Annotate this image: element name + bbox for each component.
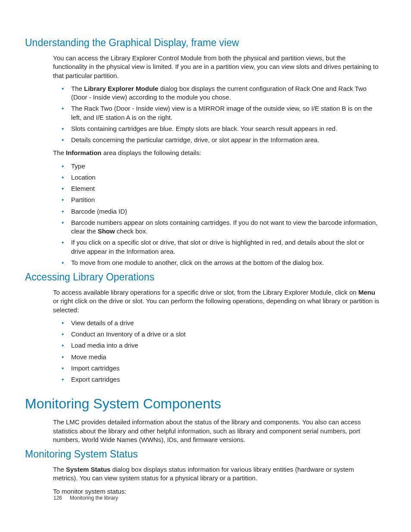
list-item: The Library Explorer Module dialog box d… (53, 84, 380, 102)
bullet-list: The Library Explorer Module dialog box d… (53, 84, 380, 145)
intro-paragraph: To access available library operations f… (53, 288, 380, 314)
bold-term: Menu (358, 289, 375, 296)
document-page: Understanding the Graphical Display, fra… (0, 0, 411, 517)
section-body: The System Status dialog box displays st… (53, 465, 380, 496)
bullet-list: View details of a drive Conduct an Inven… (53, 319, 380, 384)
bold-term: System Status (66, 466, 110, 473)
section-body: You can access the Library Explorer Cont… (53, 54, 380, 267)
page-footer: 126Monitoring the library (53, 495, 118, 501)
heading-monitoring-system-status: Monitoring System Status (25, 448, 380, 460)
list-item: Details concerning the particular cartri… (53, 136, 380, 144)
intro-paragraph: The LMC provides detailed information ab… (53, 418, 380, 444)
list-item: Location (53, 173, 380, 182)
intro-paragraph: You can access the Library Explorer Cont… (53, 54, 380, 80)
list-item: Partition (53, 196, 380, 204)
bold-term: Library Explorer Module (84, 85, 159, 92)
bullet-list: Type Location Element Partition Barcode … (53, 162, 380, 268)
list-item: Move media (53, 353, 380, 361)
list-item: If you click on a specific slot or drive… (53, 238, 380, 256)
section-body: The LMC provides detailed information ab… (53, 418, 380, 444)
mid-paragraph: The Information area displays the follow… (53, 149, 380, 157)
list-item: To move from one module to another, clic… (53, 258, 380, 267)
bold-term: Information (66, 149, 102, 156)
list-item: Barcode (media ID) (53, 207, 380, 216)
heading-graphical-display: Understanding the Graphical Display, fra… (25, 37, 380, 49)
list-item: Element (53, 184, 380, 193)
list-item: View details of a drive (53, 319, 380, 327)
list-item: Load media into a drive (53, 341, 380, 350)
list-item: Import cartridges (53, 364, 380, 373)
list-item: Barcode numbers appear on slots containi… (53, 218, 380, 236)
list-item: Conduct an Inventory of a drive or a slo… (53, 330, 380, 339)
heading-accessing-library-ops: Accessing Library Operations (25, 271, 380, 283)
section-body: To access available library operations f… (53, 288, 380, 384)
page-number: 126 (53, 495, 62, 501)
list-item: The Rack Two (Door - Inside view) view i… (53, 104, 380, 122)
chapter-name: Monitoring the library (70, 495, 118, 501)
list-item: Slots containing cartridges are blue. Em… (53, 124, 380, 133)
paragraph: To monitor system status: (53, 487, 380, 496)
list-item: Export cartridges (53, 375, 380, 384)
heading-monitoring-system-components: Monitoring System Components (25, 396, 380, 412)
bold-term: Show (98, 227, 115, 235)
list-item: Type (53, 162, 380, 171)
paragraph: The System Status dialog box displays st… (53, 465, 380, 483)
